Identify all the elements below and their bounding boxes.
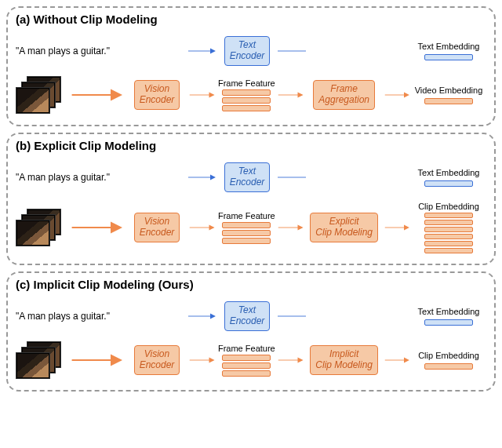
arrow-orange bbox=[384, 89, 411, 101]
panel-a-video-output: Video Embedding bbox=[411, 86, 486, 104]
panel-a-vision-encoder: VisionEncoder bbox=[126, 80, 188, 110]
panel-a-text-output: Text Embedding bbox=[411, 42, 486, 60]
panel-a-text-row: "A man plays a guitar." TextEncoder Text… bbox=[16, 29, 486, 73]
arrow-blue bbox=[188, 171, 216, 184]
clip-embedding-label: Clip Embedding bbox=[418, 202, 479, 211]
arrow-orange bbox=[384, 221, 411, 234]
panel-a-input-text: "A man plays a guitar." bbox=[16, 46, 126, 56]
frame-feature-label: Frame Feature bbox=[218, 78, 275, 88]
video-frames-icon bbox=[16, 209, 66, 246]
panel-a: (a) Without Clip Modeling "A man plays a… bbox=[6, 6, 496, 126]
frame-feature-bars bbox=[222, 222, 271, 244]
arrow-orange bbox=[384, 354, 411, 366]
text-encoder-box: TextEncoder bbox=[224, 36, 271, 66]
arrow-orange bbox=[277, 89, 304, 101]
arrow-blue bbox=[188, 45, 216, 57]
text-embedding-label: Text Embedding bbox=[418, 307, 480, 316]
frame-feature-bars bbox=[222, 89, 271, 111]
panel-b-video-row: VisionEncoder Frame Feature ExplicitClip… bbox=[16, 199, 486, 256]
panel-b-title: (b) Explicit Clip Modeling bbox=[16, 139, 486, 152]
arrow-orange bbox=[188, 89, 216, 101]
panel-c-text-row: "A man plays a guitar." TextEncoder Text… bbox=[16, 294, 486, 338]
implicit-clip-modeling-box: ImplicitClip Modeling bbox=[310, 345, 378, 375]
text-embedding-bar bbox=[424, 319, 473, 326]
arrow-blue bbox=[278, 310, 306, 322]
explicit-clip-modeling-box: ExplicitClip Modeling bbox=[310, 213, 378, 242]
clip-embedding-bars bbox=[424, 213, 473, 253]
vision-encoder-box: VisionEncoder bbox=[134, 80, 180, 110]
text-embedding-label: Text Embedding bbox=[418, 42, 480, 51]
panel-b-video-output: Clip Embedding bbox=[411, 202, 486, 253]
panel-a-title: (a) Without Clip Modeling bbox=[16, 13, 486, 26]
vision-encoder-box: VisionEncoder bbox=[134, 213, 180, 242]
text-embedding-bar bbox=[424, 180, 473, 187]
panel-c-text-output: Text Embedding bbox=[411, 307, 486, 326]
panel-a-processor: FrameAggregation bbox=[305, 80, 384, 110]
arrow-orange bbox=[277, 221, 304, 234]
arrow-blue bbox=[278, 171, 306, 184]
text-encoder-box: TextEncoder bbox=[224, 162, 271, 192]
panel-c-input-text: "A man plays a guitar." bbox=[16, 311, 126, 322]
arrow-orange bbox=[66, 89, 126, 101]
panel-c: (c) Implicit Clip Modeling (Ours) "A man… bbox=[6, 271, 496, 392]
panel-c-video-row: VisionEncoder Frame Feature ImplicitClip… bbox=[16, 338, 486, 382]
arrow-blue bbox=[278, 45, 306, 57]
panel-a-frame-feature: Frame Feature bbox=[216, 78, 277, 111]
arrow-orange bbox=[188, 221, 216, 234]
video-embedding-bars bbox=[424, 98, 473, 104]
arrow-orange bbox=[277, 354, 304, 366]
panel-a-video-frames bbox=[16, 76, 126, 114]
video-embedding-label: Video Embedding bbox=[415, 86, 483, 95]
arrow-blue bbox=[188, 310, 216, 322]
arrow-orange bbox=[188, 354, 216, 366]
panel-a-video-row: VisionEncoder Frame Feature FrameAggrega… bbox=[16, 73, 486, 117]
panel-b-text-output: Text Embedding bbox=[411, 168, 486, 187]
text-embedding-bar bbox=[424, 54, 473, 60]
arrow-orange bbox=[66, 221, 126, 234]
clip-embedding-label: Clip Embedding bbox=[418, 351, 479, 360]
clip-embedding-bars bbox=[424, 363, 473, 370]
panel-b-input-text: "A man plays a guitar." bbox=[16, 172, 126, 183]
frame-feature-label: Frame Feature bbox=[218, 211, 275, 220]
frame-aggregation-box: FrameAggregation bbox=[313, 80, 375, 110]
frame-feature-bars bbox=[222, 355, 271, 377]
text-embedding-label: Text Embedding bbox=[418, 168, 480, 177]
panel-b-text-row: "A man plays a guitar." TextEncoder Text… bbox=[16, 155, 486, 199]
vision-encoder-box: VisionEncoder bbox=[134, 345, 180, 375]
panel-a-text-encoder-slot: TextEncoder bbox=[216, 36, 278, 66]
panel-b: (b) Explicit Clip Modeling "A man plays … bbox=[6, 133, 496, 265]
video-frames-icon bbox=[16, 341, 66, 379]
panel-c-video-output: Clip Embedding bbox=[411, 351, 486, 370]
arrow-orange bbox=[66, 354, 126, 366]
video-frames-icon bbox=[16, 76, 66, 114]
frame-feature-label: Frame Feature bbox=[218, 344, 275, 353]
panel-c-title: (c) Implicit Clip Modeling (Ours) bbox=[16, 278, 486, 291]
text-encoder-box: TextEncoder bbox=[224, 301, 271, 331]
